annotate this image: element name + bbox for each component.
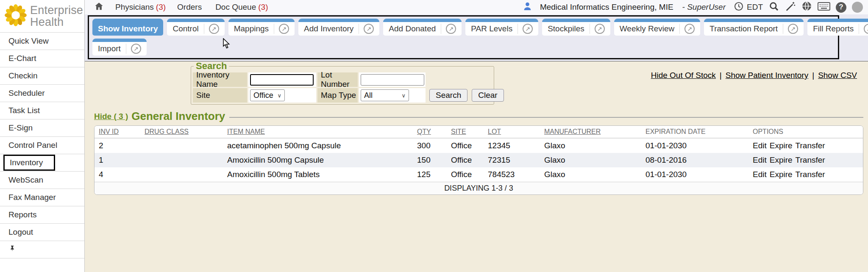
- tab-fill-reports[interactable]: Fill Reports ↗: [807, 19, 868, 36]
- separator: |: [720, 71, 722, 80]
- tabs-row-2: Import ↗: [92, 39, 835, 56]
- col-qty[interactable]: QTY: [413, 128, 447, 136]
- sidebar-item-fax-manager[interactable]: Fax Manager: [0, 189, 84, 206]
- lot-number-input[interactable]: [361, 74, 424, 86]
- sidebar-item-scheduler[interactable]: Scheduler: [0, 84, 84, 102]
- inventory-name-label: Inventory Name: [193, 72, 247, 87]
- col-item-name[interactable]: ITEM NAME: [223, 128, 413, 136]
- transfer-option[interactable]: Transfer: [796, 170, 825, 179]
- edit-option[interactable]: Edit: [753, 170, 767, 179]
- map-type-label: Map Type: [317, 88, 358, 103]
- user-name: Medical Informatics Engineering, MIE: [540, 3, 673, 12]
- help-icon[interactable]: ?: [836, 2, 846, 13]
- wand-icon[interactable]: [785, 1, 796, 14]
- content-area: Hide Out Of Stock | Show Patient Invento…: [85, 61, 868, 272]
- general-inventory-header: Hide ( 3 ) General Inventory: [94, 110, 863, 123]
- status-circle-icon[interactable]: [852, 2, 863, 13]
- separator: |: [812, 71, 814, 80]
- external-link-icon[interactable]: ↗: [679, 24, 695, 34]
- site-label: Site: [193, 88, 247, 103]
- sidebar-pin-toggle[interactable]: [0, 241, 84, 258]
- chevron-down-icon: ∨: [277, 92, 281, 99]
- sidebar-item-control-panel[interactable]: Control Panel: [0, 136, 84, 154]
- sidebar-item-task-list[interactable]: Task List: [0, 102, 84, 119]
- app-window: Enterprise Health Quick View E-Chart Che…: [0, 0, 868, 272]
- col-expiration-date: EXPIRATION DATE: [641, 128, 748, 136]
- tabs-row-1: Show Inventory Control ↗ Mappings ↗: [92, 19, 835, 36]
- show-patient-inventory-link[interactable]: Show Patient Inventory: [726, 71, 808, 80]
- col-inv-id[interactable]: INV ID: [95, 128, 140, 136]
- transfer-option[interactable]: Transfer: [796, 155, 825, 165]
- nav-orders[interactable]: Orders: [177, 3, 204, 12]
- expire-option[interactable]: Expire: [770, 155, 793, 165]
- home-icon[interactable]: [94, 2, 104, 13]
- clock-icon[interactable]: [734, 1, 744, 14]
- tab-import[interactable]: Import ↗: [92, 39, 147, 56]
- external-link-icon[interactable]: ↗: [204, 24, 219, 34]
- top-bar: Physicians (3) Orders Doc Queue (3) Medi…: [85, 0, 868, 14]
- keyboard-icon[interactable]: [818, 2, 830, 13]
- table-row: 2 acetaminophen 500mg Capsule 300 Office…: [95, 139, 863, 153]
- external-link-icon[interactable]: ↗: [359, 24, 374, 34]
- top-nav: Physicians (3) Orders Doc Queue (3): [94, 2, 268, 13]
- tab-weekly-review[interactable]: Weekly Review ↗: [614, 19, 701, 36]
- inventory-name-input[interactable]: [250, 74, 314, 86]
- sidebar-item-reports[interactable]: Reports: [0, 206, 84, 223]
- site-select[interactable]: Office ∨: [250, 89, 285, 101]
- tab-par-levels[interactable]: PAR Levels ↗: [465, 19, 538, 36]
- search-button[interactable]: Search: [429, 89, 467, 102]
- expire-option[interactable]: Expire: [770, 141, 793, 150]
- sidebar-item-checkin[interactable]: Checkin: [0, 67, 84, 84]
- clear-button[interactable]: Clear: [472, 89, 504, 102]
- nav-doc-queue[interactable]: Doc Queue (3): [215, 3, 268, 12]
- col-drug-class[interactable]: DRUG CLASS: [140, 128, 223, 136]
- sidebar-divider: [0, 258, 84, 266]
- sidebar-item-webscan[interactable]: WebScan: [0, 171, 84, 189]
- tab-mappings[interactable]: Mappings ↗: [228, 19, 295, 36]
- external-link-icon[interactable]: ↗: [441, 24, 456, 34]
- external-link-icon[interactable]: ↗: [517, 24, 533, 34]
- tab-control[interactable]: Control ↗: [167, 19, 224, 36]
- globe-icon[interactable]: [801, 1, 812, 14]
- tab-add-donated[interactable]: Add Donated ↗: [383, 19, 462, 36]
- edit-option[interactable]: Edit: [753, 155, 767, 165]
- inventory-table: INV ID DRUG CLASS ITEM NAME QTY SITE LOT…: [94, 125, 863, 195]
- tab-add-inventory[interactable]: Add Inventory ↗: [298, 19, 379, 36]
- logo: Enterprise Health: [0, 0, 84, 32]
- external-link-icon[interactable]: ↗: [126, 44, 141, 54]
- sidebar-item-e-chart[interactable]: E-Chart: [0, 50, 84, 67]
- sidebar-item-inventory[interactable]: Inventory: [0, 154, 84, 171]
- external-link-icon[interactable]: ↗: [859, 24, 868, 34]
- external-link-icon[interactable]: ↗: [590, 24, 605, 34]
- sidebar-item-quick-view[interactable]: Quick View: [0, 32, 84, 50]
- top-bar-right: Medical Informatics Engineering, MIE - S…: [522, 1, 863, 14]
- map-type-select[interactable]: All ∨: [361, 89, 409, 101]
- tab-transaction-report[interactable]: Transaction Report ↗: [704, 19, 804, 36]
- show-csv-link[interactable]: Show CSV: [818, 71, 857, 80]
- table-header-row: INV ID DRUG CLASS ITEM NAME QTY SITE LOT…: [95, 126, 863, 139]
- active-item-highlight: Inventory: [3, 155, 55, 171]
- logo-text: Enterprise Health: [30, 4, 83, 28]
- lot-number-label: Lot Number: [317, 72, 358, 87]
- doc-queue-count-badge: (3): [258, 3, 268, 12]
- col-site[interactable]: SITE: [447, 128, 484, 136]
- tab-stockpiles[interactable]: Stockpiles ↗: [542, 19, 610, 36]
- hide-count-link[interactable]: Hide ( 3 ): [94, 112, 128, 121]
- sidebar-item-logout[interactable]: Logout: [0, 223, 84, 241]
- sidebar-item-e-sign[interactable]: E-Sign: [0, 119, 84, 136]
- nav-physicians[interactable]: Physicians (3): [115, 3, 166, 12]
- expire-option[interactable]: Expire: [770, 170, 793, 179]
- edit-option[interactable]: Edit: [753, 141, 767, 150]
- table-row: 1 Amoxicillin 500mg Capsule 150 Office 7…: [95, 153, 863, 167]
- quick-links: Hide Out Of Stock | Show Patient Invento…: [651, 71, 857, 80]
- inventory-toolbar: Show Inventory Control ↗ Mappings ↗: [88, 15, 839, 59]
- search-icon[interactable]: [768, 1, 779, 14]
- tab-show-inventory[interactable]: Show Inventory: [92, 19, 163, 36]
- external-link-icon[interactable]: ↗: [274, 24, 289, 34]
- pin-icon: [8, 244, 16, 255]
- col-manufacturer[interactable]: MANUFACTURER: [540, 128, 641, 136]
- external-link-icon[interactable]: ↗: [783, 24, 798, 34]
- transfer-option[interactable]: Transfer: [796, 141, 825, 150]
- col-lot[interactable]: LOT: [484, 128, 540, 136]
- hide-out-of-stock-link[interactable]: Hide Out Of Stock: [651, 71, 716, 80]
